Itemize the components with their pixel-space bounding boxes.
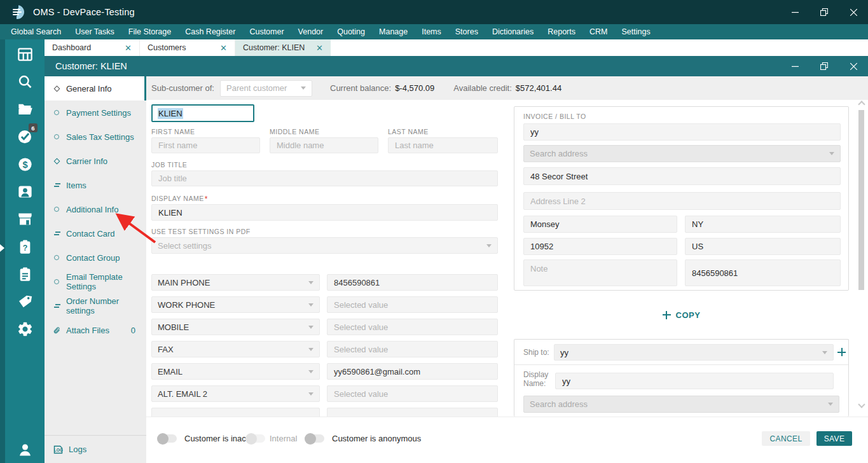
inner-minimize-button[interactable] [780, 56, 809, 76]
save-button[interactable]: SAVE [816, 431, 852, 446]
internal-toggle[interactable] [246, 434, 265, 443]
scroll-up-icon[interactable] [858, 100, 865, 107]
scrollbar-thumb[interactable] [858, 110, 864, 290]
document-tab-bar: Dashboard ✕ Customers ✕ Customer: KLIEN … [45, 39, 868, 56]
sidebar-settings-button[interactable] [15, 319, 34, 338]
pdf-settings-dropdown[interactable]: Select settings [151, 237, 498, 254]
invoice-note-input[interactable] [523, 259, 677, 286]
chevron-down-icon [486, 244, 492, 247]
phone-value-input[interactable] [327, 274, 498, 291]
menu-cash-register[interactable]: Cash Register [178, 24, 242, 39]
invoice-zip-input[interactable] [523, 238, 677, 255]
tab-close-icon[interactable]: ✕ [316, 44, 323, 52]
nav-carrier-info[interactable]: Carrier Info [45, 149, 146, 173]
sidebar-files-button[interactable] [15, 99, 34, 118]
menu-settings[interactable]: Settings [614, 24, 657, 39]
scroll-down-icon[interactable] [858, 401, 865, 408]
menu-items[interactable]: Items [415, 24, 448, 39]
sidebar-tags-button[interactable] [15, 292, 34, 311]
restore-button[interactable] [809, 0, 839, 24]
invoice-address1-input[interactable] [523, 167, 841, 185]
first-name-input[interactable] [151, 137, 260, 153]
tab-close-icon[interactable]: ✕ [220, 44, 227, 52]
menu-dictionaries[interactable]: Dictionaries [485, 24, 541, 39]
phone-value-input[interactable] [327, 319, 498, 335]
phone-type-dropdown[interactable]: MAIN PHONE [151, 274, 320, 291]
last-name-input[interactable] [388, 137, 498, 153]
invoice-search-address-dropdown[interactable]: Search address [523, 145, 841, 162]
copy-button[interactable]: COPY [514, 308, 849, 322]
inner-restore-button[interactable] [809, 56, 839, 76]
invoice-city-input[interactable] [523, 216, 677, 233]
nav-sales-tax-settings[interactable]: Sales Tax Settings [45, 125, 146, 149]
close-icon [850, 9, 857, 16]
sidebar-tasks-button[interactable]: 6 [15, 127, 34, 146]
menu-crm[interactable]: CRM [582, 24, 614, 39]
menu-vendor[interactable]: Vendor [291, 24, 331, 39]
plus-icon [663, 311, 671, 319]
menu-stores[interactable]: Stores [448, 24, 485, 39]
menu-file-storage[interactable]: File Storage [121, 24, 178, 39]
menu-global-search[interactable]: Global Search [4, 24, 68, 39]
middle-name-input[interactable] [270, 137, 378, 153]
ship-display-name-input[interactable] [555, 373, 834, 389]
sidebar-stores-button[interactable] [15, 209, 34, 228]
menu-manage[interactable]: Manage [372, 24, 415, 39]
tab-dashboard[interactable]: Dashboard ✕ [45, 39, 140, 56]
nav-additional-info[interactable]: Additional Info [45, 197, 146, 221]
invoice-state-input[interactable] [685, 216, 841, 233]
nav-contact-card[interactable]: Contact Card [45, 221, 146, 245]
sidebar-dashboard-button[interactable] [15, 45, 34, 64]
sidebar-quotes-button[interactable]: ? [15, 237, 34, 256]
nav-contact-group[interactable]: Contact Group [45, 245, 146, 270]
nav-payment-settings[interactable]: Payment Settings [45, 100, 146, 125]
cancel-button[interactable]: CANCEL [762, 431, 810, 446]
logs-link[interactable]: Logs [69, 445, 86, 454]
customer-anonymous-toggle[interactable] [305, 434, 324, 443]
invoice-country-input[interactable] [685, 238, 841, 255]
tab-customers[interactable]: Customers ✕ [140, 39, 235, 56]
nav-attach-files[interactable]: Attach Files 0 [45, 318, 146, 342]
phone-type-dropdown[interactable]: FAX [151, 341, 320, 357]
menu-reports[interactable]: Reports [541, 24, 582, 39]
sidebar-orders-button[interactable] [15, 265, 34, 284]
inner-close-button[interactable] [839, 56, 868, 76]
ship-search-address-dropdown[interactable]: Search address [523, 396, 839, 413]
sidebar-expand-arrow-icon[interactable] [0, 244, 4, 252]
invoice-phone-input[interactable] [685, 259, 841, 286]
phone-value-input[interactable] [327, 296, 498, 313]
tab-close-icon[interactable]: ✕ [125, 44, 132, 52]
job-title-input[interactable] [151, 170, 498, 186]
close-button[interactable] [839, 0, 868, 24]
phone-type-dropdown[interactable]: EMAIL [151, 363, 320, 380]
ship-to-dropdown[interactable]: yy [554, 344, 834, 361]
parent-customer-dropdown[interactable]: Parent customer [220, 80, 312, 97]
sidebar-customers-button[interactable] [15, 182, 34, 201]
nav-email-template-settings[interactable]: Email Template Settings [45, 270, 146, 294]
menu-user-tasks[interactable]: User Tasks [68, 24, 121, 39]
sidebar-user-button[interactable] [15, 440, 34, 459]
minimize-button[interactable] [780, 0, 809, 24]
sidebar-search-button[interactable] [15, 72, 34, 91]
invoice-address2-input[interactable] [523, 192, 841, 210]
customer-inactive-toggle[interactable] [158, 434, 177, 443]
tab-customer-klien[interactable]: Customer: KLIEN ✕ [235, 39, 331, 56]
menu-quoting[interactable]: Quoting [330, 24, 372, 39]
equals-icon [53, 183, 60, 188]
phone-type-dropdown[interactable]: WORK PHONE [151, 296, 320, 313]
available-credit-value: $572,401.44 [516, 83, 561, 93]
menu-customer[interactable]: Customer [242, 24, 291, 39]
display-name-input[interactable] [151, 204, 498, 221]
nav-items[interactable]: Items [45, 173, 146, 197]
phone-value-input[interactable] [327, 363, 498, 380]
nav-order-number-settings[interactable]: Order Number settings [45, 294, 146, 318]
customer-name-input[interactable]: KLIEN [151, 104, 254, 122]
sidebar-payments-button[interactable]: $ [15, 155, 34, 174]
phone-value-input[interactable] [327, 341, 498, 357]
invoice-name-input[interactable] [523, 123, 841, 141]
nav-general-info[interactable]: General Info [45, 76, 146, 100]
phone-type-dropdown[interactable]: ALT. EMAIL 2 [151, 385, 320, 402]
phone-type-dropdown[interactable]: MOBILE [151, 319, 320, 335]
phone-value-input[interactable] [327, 385, 498, 402]
attach-files-count: 0 [131, 326, 146, 335]
